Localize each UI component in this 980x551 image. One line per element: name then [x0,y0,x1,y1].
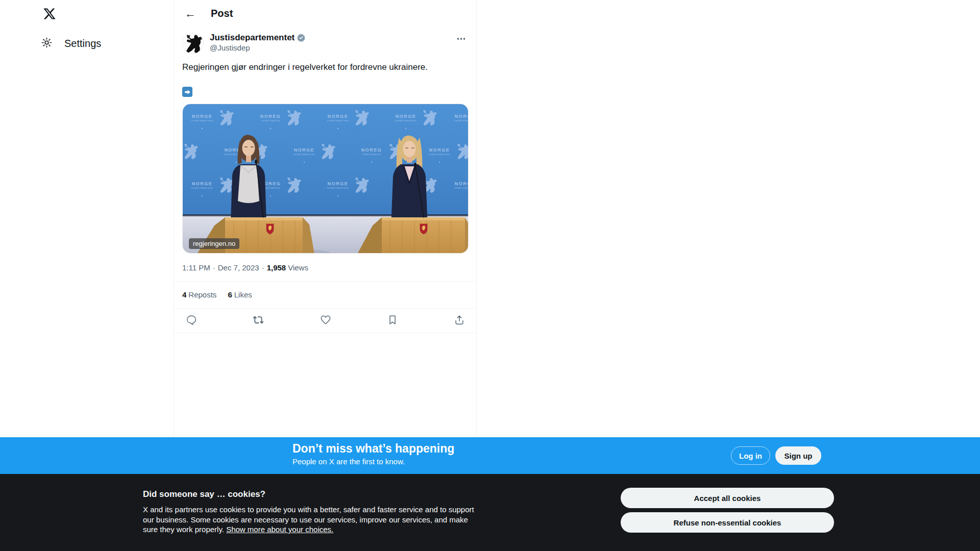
photo-credit-badge: regjeringen.no [189,238,239,249]
back-button[interactable]: ← [181,5,200,23]
post-stats: 4Reposts 6Likes [182,281,252,308]
repost-button[interactable] [250,312,267,330]
like-button[interactable] [317,312,334,330]
arrow-right-emoji [182,87,192,97]
author-handle[interactable]: @Justisdep [210,43,306,53]
x-logo[interactable] [43,7,56,20]
cookie-body: X and its partners use cookies to provid… [143,505,477,535]
signup-banner: Don’t miss what’s happening People on X … [0,437,980,474]
signup-button[interactable]: Sign up [775,446,821,465]
verified-badge-icon [297,33,306,42]
repost-icon [253,314,264,328]
page: NORGE DEPARTEMENTENE NOREG DEPARTEMENTA … [0,0,980,551]
gear-icon [41,37,53,51]
banner-text: Don’t miss what’s happening People on X … [292,441,454,467]
reply-icon [186,314,197,328]
refuse-cookies-button[interactable]: Refuse non-essential cookies [621,512,834,533]
avatar[interactable] [182,33,204,54]
tweet-text: Regjeringen gjør endringer i regelverket… [182,61,468,73]
settings-label: Settings [64,38,101,49]
views-label: Views [288,263,308,272]
banner-subtitle: People on X are the first to know. [292,457,454,467]
page-title: Post [211,8,233,19]
bookmark-icon [387,314,398,328]
post-time[interactable]: 1:11 PM [182,263,210,272]
action-bar [174,309,476,333]
accept-cookies-button[interactable]: Accept all cookies [621,488,834,508]
likes-stat[interactable]: 6Likes [228,290,252,299]
cookie-banner: Did someone say … cookies? X and its par… [0,474,980,551]
heart-icon [320,314,331,328]
more-options-button[interactable] [454,35,469,43]
bookmark-button[interactable] [384,312,401,330]
author-name[interactable]: Justisdepartementet [210,33,295,43]
divider [174,333,476,333]
press-conference-image [183,104,469,254]
post-header: ← Post [174,0,476,27]
views-count: 1,958 [267,263,286,272]
share-icon [454,314,465,328]
post-date[interactable]: Dec 7, 2023 [218,263,259,272]
banner-title: Don’t miss what’s happening [292,441,454,456]
sidebar-item-settings[interactable]: Settings [41,37,101,51]
reposts-stat[interactable]: 4Reposts [182,290,216,299]
post-meta: 1:11 PM·Dec 7, 2023·1,958Views [182,263,308,273]
reply-button[interactable] [183,312,200,330]
author-block: Justisdepartementet @Justisdep [210,33,306,53]
share-button[interactable] [451,312,468,330]
cookie-title: Did someone say … cookies? [143,489,265,499]
cookie-choices-link[interactable]: Show more about your choices. [226,525,333,534]
tweet-photo[interactable]: regjeringen.no [182,104,469,254]
post-column: ← Post Justisdepartementet [174,0,477,437]
login-button[interactable]: Log in [731,446,770,465]
